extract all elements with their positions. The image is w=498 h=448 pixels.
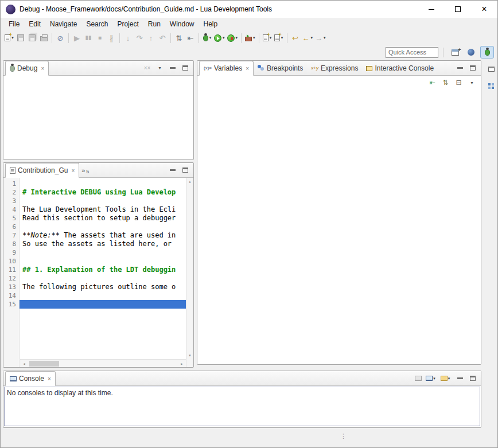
menu-help[interactable]: Help xyxy=(199,18,223,30)
minimize-view-button[interactable] xyxy=(454,63,465,73)
maximize-view-button[interactable] xyxy=(180,63,190,73)
restore-view-button[interactable] xyxy=(486,64,497,75)
minimize-view-button[interactable] xyxy=(167,165,178,176)
resume-button[interactable]: ▶ xyxy=(71,32,83,44)
view-menu-button[interactable]: ▾ xyxy=(466,77,477,88)
tab-console[interactable]: Console × xyxy=(5,371,56,386)
save-all-button[interactable] xyxy=(26,32,38,44)
editor-line[interactable] xyxy=(20,180,186,188)
tab-breakpoints[interactable]: Breakpoints xyxy=(254,61,307,75)
editor-overflow-chevron[interactable]: »5 xyxy=(79,163,91,177)
editor-line[interactable] xyxy=(20,300,186,309)
scroll-up-icon[interactable]: ▴ xyxy=(189,179,192,184)
add-watch-expression-button[interactable]: ⇅ xyxy=(440,77,451,88)
menu-file[interactable]: File xyxy=(4,18,24,30)
debug-button[interactable]: ▾ xyxy=(201,32,213,44)
step-over-button[interactable]: ↷ xyxy=(134,32,145,44)
editor-line[interactable]: The following pictures outline some o xyxy=(20,283,186,291)
scroll-down-icon[interactable]: ▾ xyxy=(189,353,192,358)
quick-access-input[interactable]: Quick Access xyxy=(386,47,438,58)
minimize-view-button[interactable] xyxy=(167,63,178,73)
tab-contribution-guide[interactable]: Contribution_Gu × xyxy=(5,163,79,178)
scroll-left-icon[interactable]: ◂ xyxy=(21,361,27,367)
editor-line[interactable]: The Lua Development Tools in the Ecli xyxy=(20,205,186,214)
editor-line[interactable] xyxy=(20,291,186,300)
maximize-button[interactable] xyxy=(445,1,471,18)
outline-view-icon xyxy=(488,83,491,85)
menu-search[interactable]: Search xyxy=(81,18,112,30)
menu-project[interactable]: Project xyxy=(112,18,143,30)
editor-line[interactable] xyxy=(20,257,186,266)
new-lua-project-icon xyxy=(263,34,269,41)
editor-line[interactable]: **Note:** The assets that are used in xyxy=(20,231,186,240)
edit-step-filters-button[interactable]: ⇤ xyxy=(185,32,196,44)
maximize-view-button[interactable] xyxy=(180,165,190,176)
open-perspective-button[interactable] xyxy=(448,46,462,59)
minimize-button[interactable] xyxy=(418,1,445,18)
scrollbar-thumb[interactable] xyxy=(29,361,59,367)
ldt-perspective-button[interactable] xyxy=(464,46,478,59)
back-button[interactable]: ←▾ xyxy=(301,32,314,44)
minimize-view-button[interactable] xyxy=(454,373,465,384)
print-button[interactable] xyxy=(38,32,49,44)
open-console-button[interactable]: ▾ xyxy=(438,373,453,384)
external-tools-button[interactable]: ▾ xyxy=(244,32,256,44)
minimize-view-icon xyxy=(457,377,463,379)
new-wizard-button[interactable]: ▾ xyxy=(3,32,15,44)
close-tab-icon[interactable]: × xyxy=(48,376,51,382)
last-edit-location-button[interactable]: ↩ xyxy=(290,32,301,44)
editor-line[interactable]: Read this section to setup a debugger xyxy=(20,214,186,223)
pin-console-button[interactable] xyxy=(413,373,423,384)
console-tab-label: Console xyxy=(19,375,44,383)
menu-navigate[interactable]: Navigate xyxy=(45,18,81,30)
editor-line[interactable] xyxy=(20,248,186,257)
editor-vertical-scrollbar[interactable]: ▴ ▾ xyxy=(186,178,193,367)
remove-terminated-button[interactable]: ×× xyxy=(142,63,153,73)
close-tab-icon[interactable]: × xyxy=(246,65,249,72)
show-logical-structure-button[interactable]: ⇤ xyxy=(427,77,438,88)
view-menu-button[interactable]: ▾ xyxy=(154,63,165,73)
editor-line[interactable] xyxy=(20,197,186,205)
new-lua-file-button[interactable]: ▾ xyxy=(273,32,285,44)
editor-line[interactable]: So use the assets as listed here, or xyxy=(20,240,186,248)
editor-horizontal-scrollbar[interactable]: ◂ ▸ xyxy=(20,359,186,367)
debug-perspective-button[interactable] xyxy=(480,46,494,59)
tab-interactive-console[interactable]: Interactive Console xyxy=(362,61,438,75)
use-step-filters-button[interactable]: ⇅ xyxy=(173,32,185,44)
editor-line[interactable] xyxy=(20,274,186,283)
tab-expressions[interactable]: x+y Expressions xyxy=(307,61,362,75)
editor-lines[interactable]: # Interactive DEBUG using Lua Develop Th… xyxy=(20,178,186,367)
editor-line[interactable]: ## 1. Explanation of the LDT debuggin xyxy=(20,266,186,274)
save-button[interactable] xyxy=(15,32,26,44)
outline-view-button[interactable] xyxy=(486,80,497,91)
tab-variables[interactable]: (x)= Variables × xyxy=(199,61,254,76)
drop-to-frame-button[interactable]: ↶ xyxy=(157,32,168,44)
menu-window[interactable]: Window xyxy=(165,18,199,30)
editor-line[interactable]: # Interactive DEBUG using Lua Develop xyxy=(20,188,186,197)
menu-edit[interactable]: Edit xyxy=(24,18,45,30)
editor-gutter: 123456789101112131415 xyxy=(3,178,20,367)
maximize-view-button[interactable] xyxy=(467,373,478,384)
display-selected-console-button[interactable]: ▾ xyxy=(425,373,436,384)
skip-breakpoints-button[interactable]: ⊘ xyxy=(55,32,66,44)
forward-button[interactable]: →▾ xyxy=(314,32,327,44)
new-lua-project-button[interactable]: ▾ xyxy=(262,32,273,44)
menu-run[interactable]: Run xyxy=(143,18,165,30)
collapse-all-button[interactable]: ⊟ xyxy=(453,77,464,88)
suspend-button[interactable]: ▮▮ xyxy=(83,32,94,44)
variables-view-body xyxy=(197,89,481,364)
editor-line[interactable] xyxy=(20,223,186,231)
run-button[interactable]: ▾ xyxy=(213,32,226,44)
disconnect-button[interactable]: ∦ xyxy=(106,32,117,44)
step-return-button[interactable]: ↑ xyxy=(145,32,157,44)
terminate-button[interactable]: ■ xyxy=(94,32,106,44)
status-sash-handle[interactable]: ⋮ xyxy=(340,433,347,440)
coverage-button[interactable]: ▾ xyxy=(226,32,239,44)
close-tab-icon[interactable]: × xyxy=(71,167,75,174)
tab-debug[interactable]: Debug × xyxy=(5,61,49,76)
maximize-view-button[interactable] xyxy=(467,63,478,73)
close-tab-icon[interactable]: × xyxy=(41,65,44,72)
close-button[interactable]: × xyxy=(471,1,497,18)
step-into-button[interactable]: ↓ xyxy=(122,32,134,44)
scroll-right-icon[interactable]: ▸ xyxy=(179,361,185,367)
